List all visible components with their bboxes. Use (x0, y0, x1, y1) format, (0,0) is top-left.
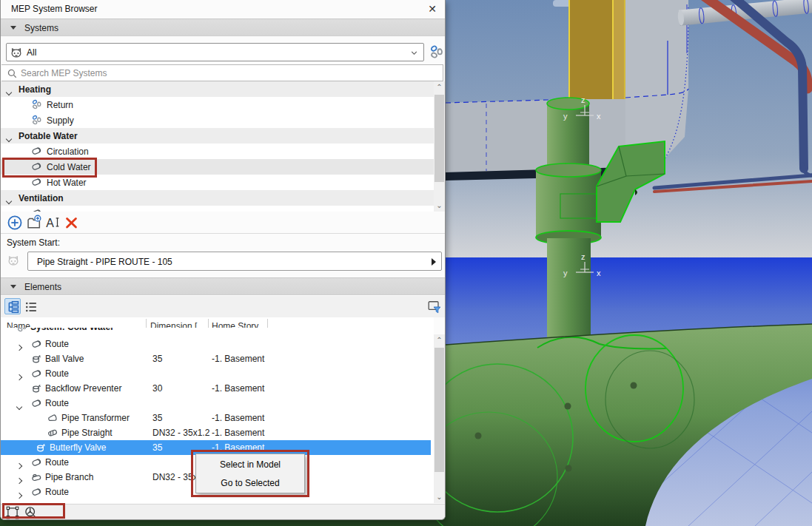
svg-text:y: y (563, 269, 568, 277)
system-category-icon[interactable] (428, 44, 444, 60)
close-icon[interactable]: ✕ (426, 2, 439, 16)
row-system-cold-water[interactable]: System: Cold Water (1, 328, 434, 335)
valve-icon (35, 442, 47, 453)
list-view-button[interactable] (22, 298, 38, 314)
duct-icon (30, 207, 42, 212)
row-route-expanded[interactable]: Route (1, 396, 431, 411)
search-input[interactable] (21, 67, 420, 80)
tree-item-return[interactable]: Return (1, 97, 434, 112)
elements-scrollbar[interactable]: ⌃ ⌄ (434, 334, 445, 503)
svg-text:y: y (563, 112, 568, 121)
menu-item-select-in-model[interactable]: Select in Model (196, 456, 304, 474)
pipe-straight-icon (47, 427, 58, 439)
pipe-icon (30, 456, 42, 468)
item-label: Return (47, 100, 73, 110)
scroll-down-icon[interactable]: ⌄ (434, 200, 445, 212)
tree-view-button[interactable] (4, 298, 21, 314)
pipe-icon (30, 176, 42, 188)
expander-icon[interactable] (16, 345, 22, 351)
system-type-icon (10, 46, 23, 59)
new-folder-button[interactable] (26, 215, 42, 231)
expander-icon[interactable] (16, 478, 22, 484)
valve-icon (30, 382, 42, 394)
row-pipe-straight[interactable]: Pipe Straight DN32 - 35x1.2 -1. Basement (1, 425, 431, 440)
expander-icon[interactable] (16, 463, 22, 469)
tree-item-supply[interactable]: Supply (1, 112, 434, 128)
item-label: Hot Water (47, 178, 87, 188)
systems-section-header[interactable]: Systems (1, 18, 445, 36)
system-start-label: System Start: (7, 237, 60, 248)
systems-tree: Heating Return Supply Potable Water Circ… (1, 81, 434, 212)
pipe-icon (30, 161, 42, 172)
zoom-to-selection-button[interactable] (24, 505, 38, 520)
tree-item-cold-water[interactable]: Cold Water (1, 159, 434, 175)
filter-icon (427, 300, 442, 314)
tree-group-ventilation[interactable]: Ventilation (1, 190, 434, 206)
system-start-dropdown[interactable]: Pipe Straight - PIPE ROUTE - 105 (27, 252, 442, 271)
collapse-triangle-icon (10, 26, 16, 30)
expander-icon[interactable] (16, 493, 22, 499)
tree-item-hot-water[interactable]: Hot Water (1, 175, 434, 190)
pipe-icon (30, 368, 42, 380)
system-icon (16, 328, 27, 333)
reducer-icon (47, 412, 58, 424)
search-box (1, 64, 443, 81)
pipe-icon (30, 397, 42, 409)
row-route[interactable]: Route (1, 366, 431, 381)
row-name: System: Cold Water (30, 328, 114, 332)
chevron-down-icon (409, 48, 419, 58)
search-icon (7, 68, 18, 79)
expander-icon[interactable] (6, 136, 12, 142)
row-ball-valve[interactable]: Ball Valve 35 -1. Basement (1, 351, 431, 366)
flyout-arrow-icon (432, 258, 436, 266)
scroll-up-icon[interactable]: ⌃ (434, 334, 445, 346)
elements-header-label: Elements (24, 282, 61, 292)
add-system-button[interactable] (7, 215, 23, 231)
svg-text:z: z (581, 252, 585, 261)
row-backflow-preventer[interactable]: Backflow Preventer 30 -1. Basement (1, 381, 431, 396)
marquee-select-button[interactable] (5, 505, 20, 520)
expander-icon[interactable] (16, 404, 22, 410)
yellow-column[interactable] (568, 0, 625, 99)
tree-group-heating[interactable]: Heating (1, 81, 434, 97)
row-pipe-transformer[interactable]: Pipe Transformer 35 -1. Basement (1, 411, 431, 425)
menu-item-go-to-selected[interactable]: Go to Selected (196, 474, 304, 493)
collapse-triangle-icon (10, 285, 16, 289)
tree-group-potable-water[interactable]: Potable Water (1, 128, 434, 144)
scroll-down-icon[interactable]: ⌄ (434, 491, 445, 503)
systems-header-label: Systems (24, 23, 58, 33)
elements-viewbar (1, 296, 445, 317)
filter-button[interactable] (426, 298, 442, 314)
systems-scrollbar[interactable]: ⌃ ⌄ (434, 81, 445, 212)
group-label: Potable Water (19, 131, 78, 141)
mep-system-browser-panel: MEP System Browser ✕ Systems All Heating… (0, 0, 446, 520)
fan-icon (30, 114, 42, 126)
rename-button[interactable] (45, 215, 61, 231)
expander-icon[interactable] (6, 198, 12, 204)
tree-view-icon (6, 300, 21, 314)
item-label: Circulation (47, 146, 89, 157)
scroll-thumb[interactable] (434, 348, 444, 472)
titlebar[interactable]: MEP System Browser ✕ (1, 0, 445, 18)
scroll-thumb[interactable] (434, 95, 444, 182)
fan-icon (30, 98, 42, 110)
expander-icon[interactable] (16, 374, 22, 380)
svg-text:z: z (581, 95, 585, 104)
elements-section-header[interactable]: Elements (1, 277, 445, 295)
pipe-icon (30, 145, 42, 157)
system-filter-combo[interactable]: All (6, 43, 424, 61)
row-butterfly-valve-selected[interactable]: Butterfly Valve 35 -1. Basement (1, 440, 431, 455)
item-label: Supply (47, 115, 74, 126)
valve-icon (30, 353, 42, 365)
svg-text:x: x (597, 112, 601, 121)
bottom-toolbar (1, 504, 445, 519)
scroll-up-icon[interactable]: ⌃ (434, 81, 445, 93)
row-route[interactable]: Route (1, 337, 431, 351)
group-label: Heating (19, 84, 51, 95)
delete-button[interactable] (64, 215, 78, 231)
tree-item-circulation[interactable]: Circulation (1, 144, 434, 159)
item-label: Cold Water (47, 162, 91, 172)
expander-icon[interactable] (6, 90, 12, 95)
system-start-value: Pipe Straight - PIPE ROUTE - 105 (37, 257, 172, 267)
tree-item-partial[interactable] (1, 206, 434, 212)
